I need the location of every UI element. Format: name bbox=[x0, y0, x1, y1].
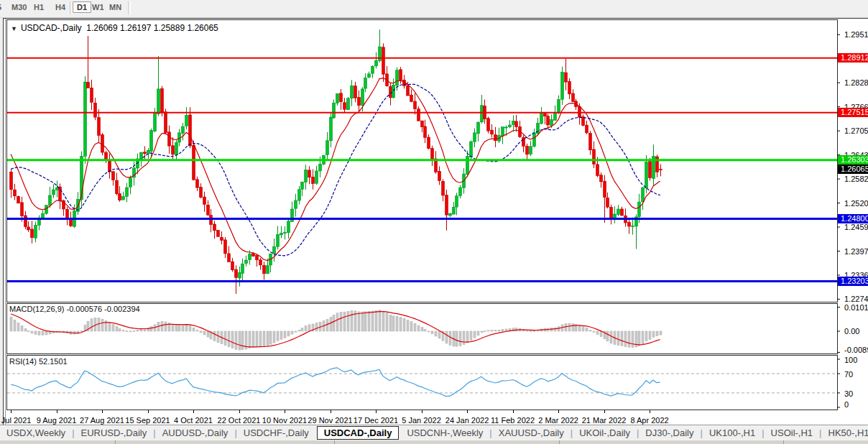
date-label: 27 Aug 2021 bbox=[80, 416, 124, 425]
tab-xauusd-daily[interactable]: XAUUSD-,Daily bbox=[492, 427, 571, 438]
date-label: 5 Jan 2022 bbox=[402, 416, 440, 425]
bottom-strip bbox=[0, 440, 868, 444]
toolbar-separator bbox=[128, 1, 131, 14]
price-badge-1.27515: 1.27515 bbox=[838, 108, 868, 117]
date-label: 24 Jan 2022 bbox=[445, 416, 489, 425]
symbol-tabbar: USDX,Weekly|EURUSD-,Daily|AUDUSD-,Daily|… bbox=[0, 425, 868, 440]
timeframe-5[interactable]: 5 bbox=[0, 3, 1, 11]
tab-eurusd-daily[interactable]: EURUSD-,Daily bbox=[75, 427, 154, 438]
chart-window: ▼USDCAD-,Daily 1.26069 1.26197 1.25889 1… bbox=[3, 18, 868, 425]
chart-title: ▼USDCAD-,Daily 1.26069 1.26197 1.25889 1… bbox=[11, 23, 218, 33]
tab-ukoil-daily[interactable]: UKOil-,Daily bbox=[573, 427, 637, 438]
date-label: 9 Aug 2021 bbox=[37, 416, 77, 425]
price-badge-1.28912: 1.28912 bbox=[838, 53, 868, 63]
price-badge-1.24800: 1.24800 bbox=[838, 214, 868, 223]
tab-usoil-h1[interactable]: USOil-,H1 bbox=[765, 427, 820, 438]
tab-audusd-daily[interactable]: AUDUSD-,Daily bbox=[156, 427, 235, 438]
price-badge-1.26303: 1.26303 bbox=[838, 155, 868, 165]
chart-symbol-label: USDCAD-,Daily bbox=[21, 23, 82, 33]
tab-usdcnh-weekly[interactable]: USDCNH-,Weekly bbox=[400, 427, 489, 438]
price-tick: 1.27050 bbox=[844, 126, 868, 135]
chart-canvas[interactable] bbox=[4, 19, 868, 425]
macd-tick: 0.010127 bbox=[844, 303, 868, 312]
price-badge-1.23203: 1.23203 bbox=[838, 277, 868, 286]
timeframe-W1[interactable]: W1 bbox=[92, 3, 104, 11]
strip-divider bbox=[559, 440, 560, 444]
price-tick: 1.23975 bbox=[844, 247, 868, 256]
date-label: 21 Jul 2021 bbox=[0, 416, 31, 425]
rsi-tick: 0 bbox=[844, 400, 849, 409]
strip-divider bbox=[115, 440, 116, 444]
rsi-tick: 70 bbox=[844, 370, 853, 379]
tab-usdcad-daily[interactable]: USDCAD-,Daily bbox=[317, 426, 400, 440]
strip-divider bbox=[783, 440, 784, 444]
price-tick: 1.25205 bbox=[844, 199, 868, 208]
timeframe-H4[interactable]: H4 bbox=[55, 3, 65, 11]
macd-tick: 0.00 bbox=[844, 327, 859, 336]
tab-dj30-daily[interactable]: DJ30-,Daily bbox=[639, 427, 700, 438]
timeframe-MN[interactable]: MN bbox=[109, 3, 121, 11]
date-label: 2 Mar 2022 bbox=[538, 416, 578, 425]
date-label: 22 Oct 2021 bbox=[218, 416, 261, 425]
tab-hk50-h1[interactable]: HK50-,H1 bbox=[822, 427, 868, 438]
terminal-window: 5M30H1H4D1W1MN ▼USDCAD-,Daily 1.26069 1.… bbox=[0, 0, 868, 444]
date-label: 11 Feb 2022 bbox=[491, 416, 535, 425]
chart-bg bbox=[4, 19, 868, 425]
strip-divider bbox=[334, 440, 335, 444]
rsi-tick: 100 bbox=[844, 356, 857, 364]
price-tick: 1.29510 bbox=[844, 30, 868, 39]
price-tick: 1.28280 bbox=[844, 78, 868, 87]
macd-tick: -0.00893 bbox=[844, 346, 868, 354]
date-label: 17 Dec 2021 bbox=[354, 416, 398, 425]
chevron-down-icon[interactable]: ▼ bbox=[11, 25, 17, 32]
date-label: 4 Oct 2021 bbox=[174, 416, 213, 425]
timeframe-H1[interactable]: H1 bbox=[34, 3, 44, 11]
timeframe-toolbar: 5M30H1H4D1W1MN bbox=[0, 0, 868, 18]
timeframe-M30[interactable]: M30 bbox=[11, 3, 27, 11]
date-label: 21 Mar 2022 bbox=[582, 416, 627, 425]
toolbar-separator bbox=[70, 1, 73, 14]
rsi-tick: 30 bbox=[844, 389, 853, 398]
tab-uk100-h1[interactable]: UK100-,H1 bbox=[703, 427, 762, 438]
macd-indicator-label: MACD(12,26,9) -0.000576 -0.002394 bbox=[9, 305, 140, 313]
price-tick: 1.25820 bbox=[844, 175, 868, 183]
tab-usdx-weekly[interactable]: USDX,Weekly bbox=[0, 427, 72, 438]
timeframe-D1[interactable]: D1 bbox=[73, 1, 91, 13]
rsi-indicator-label: RSI(14) 52.1501 bbox=[9, 357, 68, 366]
date-label: 8 Apr 2022 bbox=[630, 416, 668, 425]
price-badge-1.26065: 1.26065 bbox=[838, 165, 868, 174]
date-label: 15 Sep 2021 bbox=[125, 416, 170, 425]
chart-ohlc-values: 1.26069 1.26197 1.25889 1.26065 bbox=[86, 23, 218, 33]
date-label: 29 Nov 2021 bbox=[308, 416, 352, 425]
date-label: 10 Nov 2021 bbox=[262, 416, 307, 425]
price-tick: 1.24590 bbox=[844, 223, 868, 231]
tab-usdchf-daily[interactable]: USDCHF-,Daily bbox=[237, 427, 315, 438]
